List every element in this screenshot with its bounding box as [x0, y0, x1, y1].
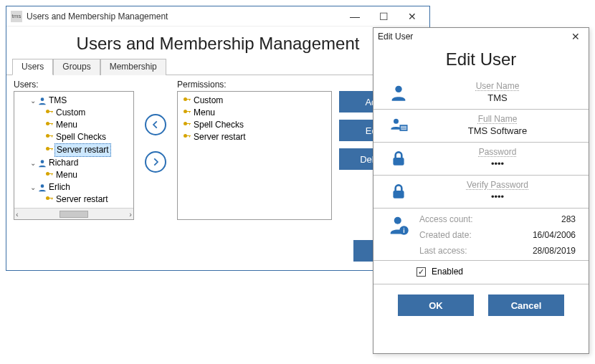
- svg-point-13: [41, 160, 44, 163]
- tree-perm[interactable]: Menu: [19, 169, 130, 181]
- key-icon: [44, 171, 54, 181]
- user-icon: [37, 96, 47, 106]
- key-icon: [44, 108, 54, 118]
- verify-password-value[interactable]: ••••: [419, 191, 576, 202]
- scroll-right-icon[interactable]: ›: [129, 210, 132, 219]
- svg-rect-11: [49, 148, 53, 149]
- horizontal-scrollbar[interactable]: ‹ ›: [14, 208, 133, 219]
- svg-rect-3: [52, 111, 52, 113]
- last-access-value: 28/08/2019: [533, 246, 576, 256]
- minimize-button[interactable]: —: [341, 7, 369, 26]
- tab-groups[interactable]: Groups: [53, 59, 100, 75]
- scroll-thumb[interactable]: [60, 211, 88, 218]
- tree-perm-label: Custom: [56, 107, 85, 119]
- svg-point-35: [394, 118, 399, 123]
- permissions-column: Permissions: Custom Menu Spell Checks Se…: [177, 80, 332, 220]
- window-title: Users and Membership Management: [27, 11, 341, 21]
- user-icon: [37, 183, 47, 193]
- perm-item[interactable]: Spell Checks: [182, 119, 328, 131]
- ok-button[interactable]: OK: [398, 294, 474, 316]
- expand-icon[interactable]: ⌄: [29, 157, 37, 169]
- key-icon: [182, 108, 192, 118]
- edit-user-dialog: Edit User ✕ Edit User User Name TMS Full…: [373, 27, 589, 354]
- expand-icon[interactable]: ⌄: [29, 95, 37, 107]
- user-info-icon: i: [386, 214, 411, 236]
- svg-rect-5: [49, 123, 53, 124]
- expand-icon[interactable]: ⌄: [29, 181, 37, 193]
- tree-perm[interactable]: Menu: [19, 119, 130, 131]
- enabled-checkbox[interactable]: ✓: [416, 267, 426, 277]
- last-access-label: Last access:: [419, 246, 525, 256]
- key-icon: [44, 133, 54, 143]
- svg-rect-33: [189, 135, 190, 138]
- svg-point-0: [41, 97, 44, 101]
- perm-item-label: Server restart: [194, 131, 246, 143]
- dialog-close-button[interactable]: ✕: [567, 31, 584, 42]
- lock-icon: [386, 182, 411, 201]
- access-count-value: 283: [533, 214, 576, 224]
- key-icon: [44, 195, 54, 205]
- tree-perm-label: Server restart: [54, 143, 111, 157]
- svg-rect-24: [189, 99, 190, 101]
- nav-column: [141, 80, 170, 220]
- enabled-label: Enabled: [432, 267, 463, 277]
- assign-left-button[interactable]: [145, 114, 166, 135]
- tab-membership[interactable]: Membership: [100, 59, 166, 75]
- svg-rect-8: [49, 135, 53, 136]
- username-value[interactable]: TMS: [419, 92, 576, 103]
- tree-perm[interactable]: Custom: [19, 107, 130, 119]
- enabled-row: ✓ Enabled: [373, 261, 589, 284]
- svg-text:i: i: [403, 227, 404, 234]
- password-label: Password: [419, 147, 576, 157]
- users-column: Users: ⌄ TMS Custom Menu Spell Checks Se…: [14, 80, 134, 220]
- svg-rect-15: [49, 173, 53, 174]
- field-verify-password: Verify Password ••••: [373, 176, 589, 209]
- scroll-left-icon[interactable]: ‹: [16, 210, 19, 219]
- tree-perm-selected[interactable]: Server restart: [19, 143, 130, 157]
- permissions-list[interactable]: Custom Menu Spell Checks Server restart: [177, 91, 332, 220]
- perm-item-label: Menu: [194, 107, 215, 119]
- username-label: User Name: [419, 81, 576, 91]
- perm-item[interactable]: Custom: [182, 95, 328, 107]
- perm-item[interactable]: Server restart: [182, 131, 328, 143]
- tree-user-richard[interactable]: ⌄ Richard: [19, 157, 130, 169]
- fullname-label: Full Name: [419, 114, 576, 124]
- svg-rect-27: [189, 111, 190, 113]
- svg-rect-39: [393, 157, 404, 165]
- svg-rect-12: [52, 148, 52, 150]
- tree-perm-label: Spell Checks: [56, 131, 106, 143]
- key-icon: [182, 96, 192, 106]
- svg-rect-19: [49, 198, 53, 198]
- dialog-heading: Edit User: [373, 45, 589, 77]
- tab-users[interactable]: Users: [12, 59, 53, 75]
- main-window: tms Users and Membership Management — ☐ …: [6, 6, 430, 271]
- user-icon: [37, 158, 47, 168]
- perm-item-label: Custom: [194, 95, 223, 107]
- assign-right-button[interactable]: [145, 151, 166, 173]
- verify-password-label: Verify Password: [419, 180, 576, 190]
- users-label: Users:: [14, 80, 134, 90]
- tree-perm[interactable]: Spell Checks: [19, 131, 130, 143]
- users-tree[interactable]: ⌄ TMS Custom Menu Spell Checks Server re…: [14, 91, 134, 220]
- window-close-button[interactable]: ✕: [398, 7, 427, 26]
- created-date-value: 16/04/2006: [533, 230, 576, 240]
- password-value[interactable]: ••••: [419, 158, 576, 169]
- perm-item-label: Spell Checks: [194, 119, 244, 131]
- maximize-button[interactable]: ☐: [369, 7, 398, 26]
- titlebar: tms Users and Membership Management — ☐ …: [6, 6, 429, 27]
- user-card-icon: [386, 115, 411, 135]
- cancel-button[interactable]: Cancel: [488, 294, 564, 316]
- key-icon: [182, 120, 192, 130]
- field-password: Password ••••: [373, 143, 589, 176]
- perm-item[interactable]: Menu: [182, 107, 328, 119]
- tree-user-erlich[interactable]: ⌄ Erlich: [19, 181, 130, 193]
- tree-perm[interactable]: Server restart: [19, 193, 130, 206]
- tree-user-label: Richard: [49, 157, 78, 169]
- svg-rect-30: [189, 123, 190, 125]
- key-icon: [182, 133, 192, 143]
- dialog-titlebar: Edit User ✕: [373, 28, 589, 45]
- fullname-value[interactable]: TMS Software: [419, 125, 576, 136]
- tab-bar: Users Groups Membership: [6, 58, 429, 75]
- tree-user-tms[interactable]: ⌄ TMS: [19, 95, 130, 107]
- tree-user-label: Erlich: [49, 181, 70, 193]
